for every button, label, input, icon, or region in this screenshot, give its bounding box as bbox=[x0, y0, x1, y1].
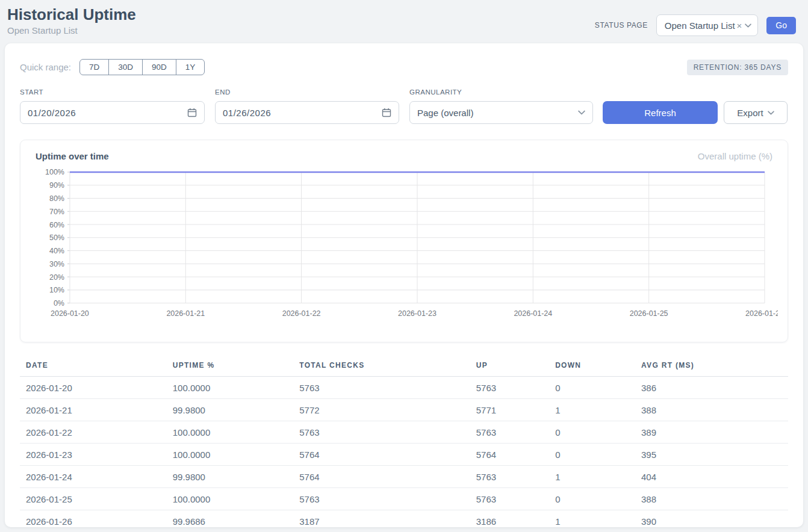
filters-top-row: Quick range: 7D30D90D1Y RETENTION: 365 D… bbox=[20, 59, 788, 75]
table-cell: 2026-01-22 bbox=[20, 421, 167, 444]
status-page-select[interactable]: Open Startup List × bbox=[656, 14, 759, 36]
table-cell: 100.0000 bbox=[167, 377, 294, 399]
table-cell: 5764 bbox=[293, 444, 470, 466]
svg-text:2026-01-23: 2026-01-23 bbox=[398, 309, 437, 318]
svg-text:2026-01-21: 2026-01-21 bbox=[166, 309, 205, 318]
table-cell: 3187 bbox=[293, 510, 470, 532]
table-cell: 99.9800 bbox=[167, 399, 294, 421]
table-cell: 5763 bbox=[470, 488, 549, 510]
table-cell: 3186 bbox=[470, 510, 549, 532]
table-header: DATEUPTIME %TOTAL CHECKSUPDOWNAVG RT (MS… bbox=[20, 356, 788, 377]
table-cell: 5771 bbox=[470, 399, 549, 421]
table-cell: 5763 bbox=[470, 421, 549, 444]
table-cell: 404 bbox=[635, 466, 788, 488]
table-cell: 0 bbox=[549, 377, 635, 399]
svg-text:2026-01-26: 2026-01-26 bbox=[745, 309, 778, 318]
table-cell: 386 bbox=[635, 377, 788, 399]
column-header: UP bbox=[470, 356, 549, 377]
chart-title: Uptime over time bbox=[36, 151, 109, 161]
table-cell: 100.0000 bbox=[167, 421, 294, 444]
end-date-input[interactable]: 01/26/2026 bbox=[215, 101, 399, 124]
main-panel: Quick range: 7D30D90D1Y RETENTION: 365 D… bbox=[5, 43, 803, 527]
table-cell: 1 bbox=[549, 466, 635, 488]
page-subtitle: Open Startup List bbox=[7, 25, 136, 36]
svg-text:30%: 30% bbox=[49, 260, 64, 268]
header-controls: STATUS PAGE Open Startup List × Go bbox=[595, 14, 796, 36]
table-cell: 100.0000 bbox=[167, 488, 294, 510]
export-label: Export bbox=[737, 108, 763, 118]
table-cell: 388 bbox=[635, 488, 788, 510]
svg-text:80%: 80% bbox=[49, 194, 64, 203]
status-page-value: Open Startup List bbox=[665, 20, 735, 31]
table-cell: 0 bbox=[549, 488, 635, 510]
quick-range-group: 7D30D90D1Y bbox=[79, 59, 205, 75]
page-header: Historical Uptime Open Startup List STAT… bbox=[0, 0, 808, 43]
refresh-button[interactable]: Refresh bbox=[603, 101, 718, 124]
column-header: DATE bbox=[20, 356, 167, 377]
table-cell: 5763 bbox=[293, 377, 470, 399]
table-cell: 1 bbox=[549, 399, 635, 421]
svg-text:50%: 50% bbox=[49, 234, 64, 242]
table-row: 2026-01-20100.0000576357630386 bbox=[20, 377, 788, 399]
granularity-label: GRANULARITY bbox=[409, 88, 593, 96]
table-cell: 0 bbox=[549, 444, 635, 466]
table-cell: 5763 bbox=[470, 466, 549, 488]
quick-range-90d-button[interactable]: 90D bbox=[142, 59, 176, 75]
table-row: 2026-01-23100.0000576457640395 bbox=[20, 444, 788, 466]
uptime-line-chart: 0%10%20%30%40%50%60%70%80%90%100%2026-01… bbox=[30, 166, 778, 319]
start-date-input[interactable]: 01/20/2026 bbox=[20, 101, 205, 124]
table-cell: 5763 bbox=[293, 421, 470, 444]
svg-text:90%: 90% bbox=[49, 181, 64, 190]
quick-range-30d-button[interactable]: 30D bbox=[108, 59, 143, 75]
column-header: AVG RT (MS) bbox=[635, 356, 788, 377]
table-cell: 0 bbox=[549, 421, 635, 444]
uptime-table: DATEUPTIME %TOTAL CHECKSUPDOWNAVG RT (MS… bbox=[20, 356, 788, 532]
chevron-down-icon bbox=[578, 110, 585, 115]
clear-selection-icon[interactable]: × bbox=[737, 20, 742, 31]
uptime-chart: 0%10%20%30%40%50%60%70%80%90%100%2026-01… bbox=[30, 166, 778, 321]
table-cell: 2026-01-25 bbox=[20, 488, 167, 510]
go-button[interactable]: Go bbox=[766, 17, 796, 34]
start-label: START bbox=[20, 88, 205, 96]
table-cell: 1 bbox=[549, 510, 635, 532]
svg-text:40%: 40% bbox=[49, 247, 64, 255]
export-button[interactable]: Export bbox=[724, 101, 788, 124]
svg-text:70%: 70% bbox=[49, 208, 64, 216]
column-header: TOTAL CHECKS bbox=[293, 356, 470, 377]
calendar-icon[interactable] bbox=[382, 108, 391, 117]
table-row: 2026-01-22100.0000576357630389 bbox=[20, 421, 788, 444]
svg-text:2026-01-20: 2026-01-20 bbox=[51, 309, 89, 318]
end-date-group: END 01/26/2026 bbox=[215, 88, 399, 124]
title-block: Historical Uptime Open Startup List bbox=[7, 6, 136, 36]
chevron-down-icon bbox=[745, 23, 751, 28]
chevron-down-icon bbox=[768, 111, 774, 115]
svg-text:0%: 0% bbox=[54, 299, 64, 308]
table-cell: 2026-01-20 bbox=[20, 377, 167, 399]
svg-text:100%: 100% bbox=[45, 168, 64, 176]
quick-range-1y-button[interactable]: 1Y bbox=[176, 59, 205, 75]
table-cell: 5764 bbox=[470, 444, 549, 466]
table-cell: 5763 bbox=[470, 377, 549, 399]
table-body: 2026-01-20100.00005763576303862026-01-21… bbox=[20, 377, 788, 532]
chart-legend: Overall uptime (%) bbox=[698, 151, 772, 161]
quick-range-7d-button[interactable]: 7D bbox=[79, 59, 109, 75]
table-cell: 389 bbox=[635, 421, 788, 444]
chart-header: Uptime over time Overall uptime (%) bbox=[30, 151, 778, 161]
table-cell: 99.9800 bbox=[167, 466, 294, 488]
filters-main-row: START 01/20/2026 END 01/26/2026 GRANULAR… bbox=[20, 88, 788, 124]
column-header: DOWN bbox=[549, 356, 635, 377]
table-cell: 395 bbox=[635, 444, 788, 466]
chart-card: Uptime over time Overall uptime (%) 0%10… bbox=[20, 140, 788, 342]
retention-badge: RETENTION: 365 DAYS bbox=[687, 60, 788, 75]
svg-text:2026-01-24: 2026-01-24 bbox=[514, 309, 552, 318]
table-cell: 2026-01-24 bbox=[20, 466, 167, 488]
end-date-value: 01/26/2026 bbox=[223, 108, 271, 118]
granularity-select[interactable]: Page (overall) bbox=[409, 101, 593, 124]
svg-text:10%: 10% bbox=[49, 286, 64, 294]
start-date-value: 01/20/2026 bbox=[28, 108, 76, 118]
table-cell: 2026-01-26 bbox=[20, 510, 167, 532]
start-date-group: START 01/20/2026 bbox=[20, 88, 205, 124]
calendar-icon[interactable] bbox=[187, 108, 197, 117]
svg-text:2026-01-22: 2026-01-22 bbox=[282, 309, 321, 318]
svg-text:20%: 20% bbox=[49, 273, 64, 282]
